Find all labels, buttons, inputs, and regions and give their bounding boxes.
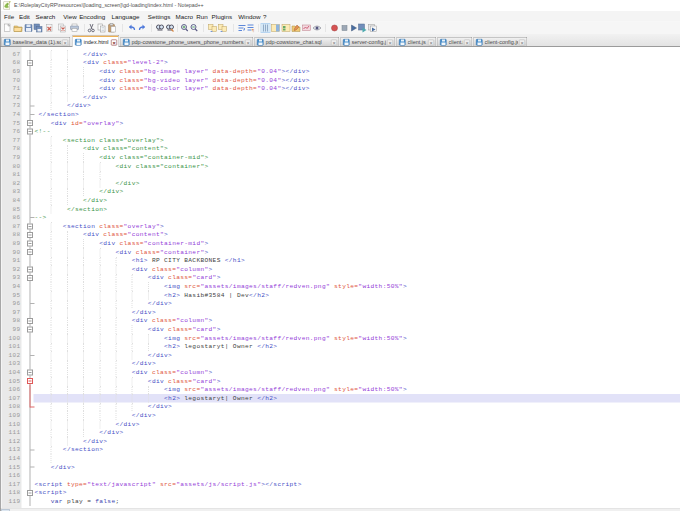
- svg-text:¶: ¶: [252, 28, 254, 33]
